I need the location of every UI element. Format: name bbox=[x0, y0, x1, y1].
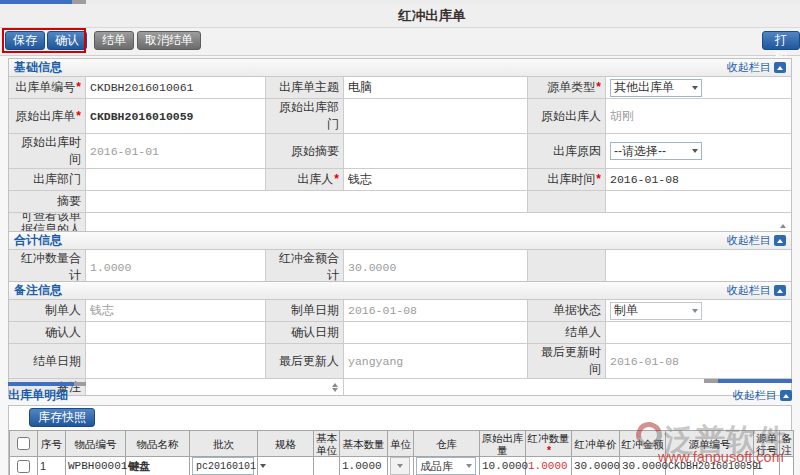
mid-left-scrollbar-segment[interactable] bbox=[74, 382, 86, 386]
row-checkbox[interactable] bbox=[17, 460, 30, 473]
row-item-name: 键盘 bbox=[126, 457, 190, 475]
orig-person-label: 原始出库人 bbox=[528, 99, 606, 134]
section-detail-header: 出库单明细 收起栏目 bbox=[8, 387, 792, 404]
settle-date-label: 结单日期 bbox=[9, 344, 86, 379]
chevron-down-icon bbox=[397, 464, 403, 468]
orig-summary-label: 原始摘要 bbox=[266, 134, 344, 169]
dept-field[interactable] bbox=[86, 169, 266, 191]
chevron-down-icon bbox=[692, 86, 698, 90]
mid-right-scrollbar-thumb[interactable] bbox=[718, 379, 792, 383]
creator-field: 钱志 bbox=[86, 300, 266, 322]
col-orig-qty: 原始出库量 bbox=[480, 431, 526, 457]
chevron-down-icon bbox=[692, 309, 698, 313]
col-unit: 单位 bbox=[388, 431, 414, 457]
section-detail-box: 库存快照 序号 物品编号 物品名称 批次 规格 基本单位 基本数量 单位 仓库 … bbox=[8, 405, 792, 475]
settle-button[interactable]: 结单 bbox=[94, 31, 134, 50]
summary-field[interactable] bbox=[86, 191, 528, 213]
select-all-checkbox-cell bbox=[10, 431, 38, 457]
subject-field[interactable]: 电脑 bbox=[344, 77, 528, 99]
collapse-label: 收起栏目 bbox=[727, 60, 771, 75]
reason-select[interactable]: --请选择-- bbox=[610, 142, 702, 160]
orig-doc-label: 原始出库单 bbox=[9, 99, 86, 134]
orig-time-label: 原始出库时间 bbox=[9, 134, 86, 169]
collapse-label: 收起栏目 bbox=[727, 283, 771, 298]
col-remark: 备注 bbox=[780, 431, 794, 457]
warehouse-select[interactable]: 成品库 bbox=[416, 457, 476, 475]
orig-doc-field[interactable]: CKDBH2016010059 bbox=[86, 99, 266, 134]
row-base-unit bbox=[314, 457, 340, 475]
confirm-button[interactable]: 确认 bbox=[47, 31, 87, 50]
toolbar: 保存 确认 结单 取消结单 打印 bbox=[0, 28, 800, 56]
doc-no-label: 出库单编号 bbox=[9, 77, 86, 99]
col-spec: 规格 bbox=[258, 431, 314, 457]
section-remark-info: 备注信息 收起栏目 制单人 钱志 制单日期 2016-01-08 单据状态 制单… bbox=[8, 281, 792, 396]
row-flush-qty[interactable]: 1.0000 bbox=[526, 457, 572, 475]
source-type-cell: 其他出库单 bbox=[606, 77, 791, 99]
reason-cell: --请选择-- bbox=[606, 134, 791, 169]
empty-label-cell bbox=[528, 250, 606, 285]
collapse-link-total[interactable]: 收起栏目 bbox=[727, 233, 786, 248]
collapse-label: 收起栏目 bbox=[727, 233, 771, 248]
orig-person-field: 胡刚 bbox=[606, 99, 791, 134]
col-flush-amount: 红冲金额 bbox=[620, 431, 666, 457]
row-flush-price[interactable]: 30.0000 bbox=[572, 457, 620, 475]
amount-total-label: 红冲金额合计 bbox=[266, 250, 344, 285]
detail-row: 1 WPBH000014 键盘 pc20160101 1.0000 成品库 bbox=[10, 457, 794, 475]
reason-label: 出库原因 bbox=[528, 134, 606, 169]
collapse-link-basic[interactable]: 收起栏目 bbox=[727, 60, 786, 75]
row-source-line: 1 bbox=[754, 457, 780, 475]
status-select[interactable]: 制单 bbox=[610, 302, 702, 320]
col-source-no: 源单编号 bbox=[666, 431, 754, 457]
orig-dept-field[interactable] bbox=[344, 99, 528, 134]
settler-label: 结单人 bbox=[528, 322, 606, 344]
creator-label: 制单人 bbox=[9, 300, 86, 322]
mid-right-scrollbar-segment[interactable] bbox=[704, 379, 718, 383]
person-field[interactable]: 钱志 bbox=[344, 169, 528, 191]
row-source-no: CKDBH2016010059 bbox=[666, 457, 754, 475]
confirmer-label: 确认人 bbox=[9, 322, 86, 344]
settle-date-field[interactable] bbox=[86, 344, 266, 379]
source-type-select[interactable]: 其他出库单 bbox=[610, 79, 702, 97]
col-flush-price: 红冲单价 bbox=[572, 431, 620, 457]
orig-summary-field[interactable] bbox=[344, 134, 528, 169]
row-base-qty[interactable]: 1.0000 bbox=[340, 457, 388, 475]
collapse-icon bbox=[774, 62, 786, 73]
collapse-link-detail[interactable]: 收起栏目 bbox=[733, 388, 792, 403]
updater-field: yangyang bbox=[344, 344, 528, 379]
orig-dept-label: 原始出库部门 bbox=[266, 99, 344, 134]
collapse-link-remark[interactable]: 收起栏目 bbox=[727, 283, 786, 298]
batch-select[interactable]: pc20160101 bbox=[192, 457, 254, 475]
col-item-code: 物品编号 bbox=[66, 431, 126, 457]
collapse-label: 收起栏目 bbox=[733, 388, 777, 403]
detail-toolbar: 库存快照 bbox=[9, 406, 791, 430]
qty-total-field: 1.0000 bbox=[86, 250, 266, 285]
save-button[interactable]: 保存 bbox=[5, 31, 45, 50]
chevron-down-icon bbox=[692, 149, 698, 153]
amount-total-field: 30.0000 bbox=[344, 250, 528, 285]
select-all-checkbox[interactable] bbox=[17, 437, 30, 450]
row-remark[interactable] bbox=[780, 457, 794, 475]
unit-select[interactable] bbox=[390, 457, 410, 475]
warehouse-value: 成品库 bbox=[420, 459, 453, 474]
scroll-up-icon[interactable] bbox=[780, 224, 786, 228]
confirmer-field[interactable] bbox=[86, 322, 266, 344]
detail-header-row: 序号 物品编号 物品名称 批次 规格 基本单位 基本数量 单位 仓库 原始出库量… bbox=[10, 431, 794, 457]
settler-field[interactable] bbox=[606, 322, 791, 344]
doc-no-field[interactable]: CKDBH2016010061 bbox=[86, 77, 266, 99]
empty-value-cell bbox=[606, 191, 791, 213]
mid-left-scrollbar-thumb[interactable] bbox=[8, 382, 74, 386]
person-label: 出库人 bbox=[266, 169, 344, 191]
scroll-up-icon[interactable] bbox=[332, 383, 338, 387]
col-batch: 批次 bbox=[190, 431, 258, 457]
confirm-date-field[interactable] bbox=[344, 322, 528, 344]
page-title: 红冲出库单 bbox=[398, 7, 466, 25]
collapse-icon bbox=[774, 235, 786, 246]
cancel-settle-button[interactable]: 取消结单 bbox=[137, 31, 201, 50]
time-label: 出库时间 bbox=[528, 169, 606, 191]
stock-snapshot-button[interactable]: 库存快照 bbox=[29, 408, 95, 427]
print-button[interactable]: 打印 bbox=[762, 31, 800, 50]
section-basic-title: 基础信息 bbox=[14, 59, 62, 76]
create-date-label: 制单日期 bbox=[266, 300, 344, 322]
dept-label: 出库部门 bbox=[9, 169, 86, 191]
time-field[interactable]: 2016-01-08 bbox=[606, 169, 791, 191]
